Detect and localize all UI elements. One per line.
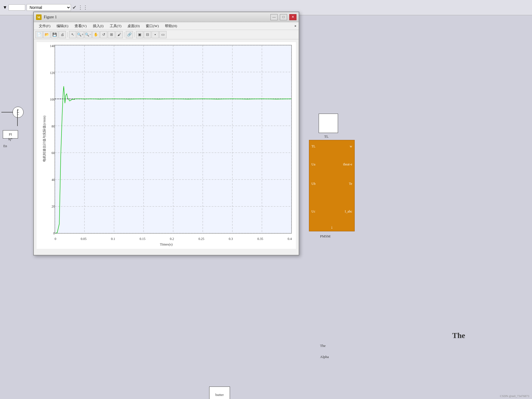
- menu-insert[interactable]: 插入(I): [90, 23, 106, 29]
- tl-label: TL: [324, 134, 329, 139]
- figure-menubar: 文件(F) 编辑(E) 查看(V) 插入(I) 工具(T) 桌面(D) 窗口(W…: [34, 22, 299, 30]
- x-axis-label: Times(s): [37, 242, 296, 247]
- sum-block[interactable]: +−: [12, 107, 24, 118]
- menu-file[interactable]: 文件(F): [36, 23, 53, 29]
- figure-plot-area: 电机转速估计值与实际值(r/min) 140 120 100 80 60 40 …: [37, 42, 296, 249]
- layout2-button[interactable]: ⊟: [144, 31, 151, 38]
- menu-tools[interactable]: 工具(T): [107, 23, 124, 29]
- the-text: The: [452, 331, 465, 340]
- x-tick-02: 0.2: [170, 237, 174, 241]
- layout3-button[interactable]: ▪: [152, 31, 159, 38]
- y-ticks: 140 120 100 80 60 40 20 0: [47, 44, 55, 235]
- butter-block[interactable]: butter: [209, 387, 230, 399]
- zoom-in-button[interactable]: 🔍+: [77, 31, 84, 38]
- x-tick-005: 0.05: [81, 237, 86, 241]
- alpha-label: Alpha: [320, 355, 329, 359]
- x-tick-015: 0.15: [140, 237, 145, 241]
- x-tick-025: 0.25: [198, 237, 204, 241]
- pmsm-label: PMSM: [320, 234, 331, 239]
- arrow-in: [1, 112, 13, 112]
- figure-icon: M: [36, 14, 42, 20]
- pmsm-in-tl: TL: [311, 144, 316, 149]
- x-tick-0: 0: [55, 237, 56, 241]
- pointer-button[interactable]: ↖: [69, 31, 76, 38]
- toolbar-icon-grid: ⋮⋮: [78, 4, 88, 11]
- figure-toolbar: 📄 📂 💾 🖨 ↖ 🔍+ 🔍− ✋ ↺ ⊞ 🖌 🔗 ▣ ⊟ ▪ ▭: [34, 30, 299, 39]
- menu-window[interactable]: 窗口(W): [143, 23, 162, 29]
- layout4-button[interactable]: ▭: [159, 31, 167, 38]
- pmsm-in-uc: Uc: [311, 209, 315, 214]
- x-tick-03: 0.3: [229, 237, 233, 241]
- sim-mode-select[interactable]: Normal Accelerator: [27, 4, 71, 11]
- iq-label: iq*: [8, 137, 12, 141]
- close-button[interactable]: ✕: [289, 14, 296, 20]
- menu-desktop[interactable]: 桌面(D): [125, 23, 142, 29]
- figure-window: M Figure 1 — □ ✕ 文件(F) 编辑(E) 查看(V) 插入(I)…: [33, 12, 299, 255]
- zoom-out-button[interactable]: 🔍−: [85, 31, 92, 38]
- menu-edit[interactable]: 编辑(E): [54, 23, 71, 29]
- save-button[interactable]: 💾: [51, 31, 58, 38]
- menu-extra: ▸: [295, 24, 296, 28]
- x-tick-01: 0.1: [111, 237, 115, 241]
- menu-view[interactable]: 查看(V): [72, 23, 89, 29]
- pmsm-block[interactable]: TL Ua Ub Uc w theat-e Te I_abc ↓: [309, 140, 355, 231]
- en-label: En: [3, 144, 7, 148]
- y-axis-label: 电机转速估计值与实际值(r/min): [42, 116, 47, 162]
- toolbar-sep-1: [67, 32, 68, 37]
- y-tick-100: 100: [50, 98, 55, 101]
- x-tick-035: 0.35: [257, 237, 263, 241]
- sim-time-input[interactable]: 0.4: [9, 4, 25, 11]
- rotate-button[interactable]: ↺: [100, 31, 107, 38]
- layout1-button[interactable]: ▣: [136, 31, 143, 38]
- pan-button[interactable]: ✋: [92, 31, 99, 38]
- x-ticks: 0 0.05 0.1 0.15 0.2 0.25 0.3 0.35 0.4: [55, 237, 292, 241]
- the-label: The: [320, 344, 326, 348]
- arrow-down: [17, 109, 18, 126]
- pmsm-in-ua: Ua: [311, 162, 315, 167]
- open-button[interactable]: 📂: [43, 31, 50, 38]
- y-tick-140: 140: [50, 44, 55, 48]
- check-icon: ✔: [72, 4, 76, 11]
- datacursor-button[interactable]: ⊞: [108, 31, 115, 38]
- y-tick-120: 120: [50, 71, 55, 75]
- new-figure-button[interactable]: 📄: [35, 31, 43, 38]
- menu-help[interactable]: 帮助(H): [162, 23, 180, 29]
- chart-svg: [55, 45, 291, 233]
- watermark: CSDN @m0_73476873: [500, 394, 529, 398]
- x-tick-04: 0.4: [288, 237, 292, 241]
- tl-block[interactable]: [319, 114, 338, 133]
- brush-button[interactable]: 🖌: [116, 31, 123, 38]
- toolbar-sep-3: [134, 32, 135, 37]
- link-button[interactable]: 🔗: [126, 31, 133, 38]
- pmsm-out-iabc: I_abc: [345, 209, 352, 214]
- pmsm-out-te: Te: [349, 182, 352, 186]
- toolbar-arrow-icon: ▼: [3, 5, 7, 10]
- pmsm-out-theta: theat-e: [343, 162, 352, 167]
- toolbar-sep-2: [124, 32, 124, 37]
- toolbar-left: ▼ 0.4 Normal Accelerator ✔ ⋮⋮: [3, 4, 88, 11]
- figure-titlebar: M Figure 1 — □ ✕: [34, 12, 299, 22]
- maximize-button[interactable]: □: [280, 14, 287, 20]
- pmsm-down-arrow: ↓: [331, 225, 333, 230]
- chart-container: [55, 45, 292, 234]
- minimize-button[interactable]: —: [270, 14, 278, 20]
- pmsm-out-w: w: [350, 144, 352, 149]
- figure-title: Figure 1: [44, 15, 268, 19]
- print-button[interactable]: 🖨: [59, 31, 66, 38]
- pmsm-in-ub: Ub: [311, 182, 316, 186]
